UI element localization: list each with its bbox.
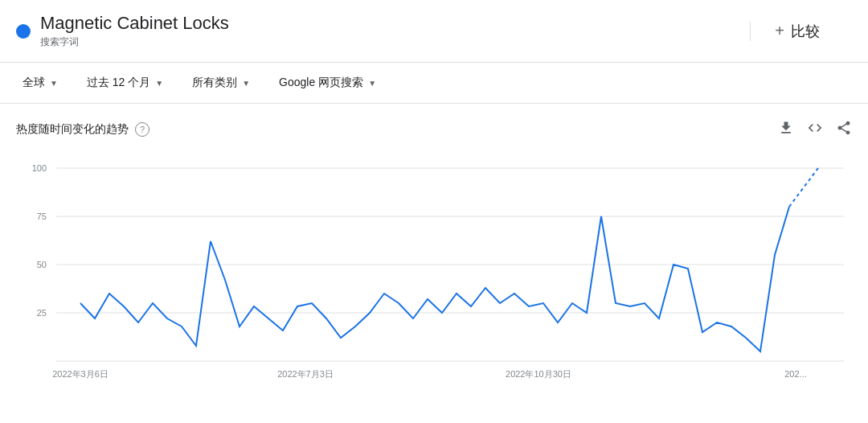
filter-region-label: 全球 [23,76,45,90]
x-label-202: 202... [784,369,807,379]
filter-region-arrow: ▼ [50,79,58,88]
download-button[interactable] [778,120,794,139]
y-label-50: 50 [37,260,47,269]
chart-title: 热度随时间变化的趋势 [16,122,129,137]
help-icon[interactable]: ? [135,122,149,137]
trend-line-solid [80,207,789,351]
filter-bar: 全球 ▼ 过去 12 个月 ▼ 所有类别 ▼ Google 网页搜索 ▼ [0,63,868,104]
search-term-label: 搜索字词 [40,35,229,49]
chart-actions [778,120,852,139]
x-label-mar6: 2022年3月6日 [52,369,108,379]
chart-container: 100 75 50 25 2022年3月6日 2022年7月3日 2022年10… [16,152,852,393]
search-term-text: Magnetic Cabinet Locks 搜索字词 [40,13,229,49]
x-label-jul3: 2022年7月3日 [277,369,334,379]
chart-header: 热度随时间变化的趋势 ? [16,120,852,139]
filter-search-type-label: Google 网页搜索 [279,76,363,90]
chart-title-row: 热度随时间变化的趋势 ? [16,122,149,137]
x-label-oct30: 2022年10月30日 [506,369,571,379]
chart-section: 热度随时间变化的趋势 ? [0,104,868,401]
compare-section[interactable]: + 比较 [750,22,852,41]
filter-period-label: 过去 12 个月 [87,76,150,90]
y-label-75: 75 [37,212,47,221]
trend-chart: 100 75 50 25 2022年3月6日 2022年7月3日 2022年10… [16,152,852,393]
filter-search-type-arrow: ▼ [368,79,376,88]
compare-text: 比较 [791,22,820,41]
search-term-title: Magnetic Cabinet Locks [40,13,229,34]
blue-dot-indicator [16,24,31,39]
filter-category[interactable]: 所有类别 ▼ [186,72,256,93]
filter-region[interactable]: 全球 ▼ [16,72,64,93]
search-header: Magnetic Cabinet Locks 搜索字词 + 比较 [0,0,868,63]
filter-category-label: 所有类别 [192,76,237,90]
search-term-block: Magnetic Cabinet Locks 搜索字词 [16,13,734,49]
filter-category-arrow: ▼ [242,79,250,88]
compare-plus-icon: + [775,22,784,40]
y-label-25: 25 [37,308,47,318]
share-button[interactable] [836,120,852,139]
embed-code-button[interactable] [807,120,823,139]
y-label-100: 100 [32,163,47,173]
filter-search-type[interactable]: Google 网页搜索 ▼ [272,72,383,93]
filter-period-arrow: ▼ [155,79,163,88]
filter-period[interactable]: 过去 12 个月 ▼ [80,72,170,93]
trend-line-dotted [789,168,818,207]
